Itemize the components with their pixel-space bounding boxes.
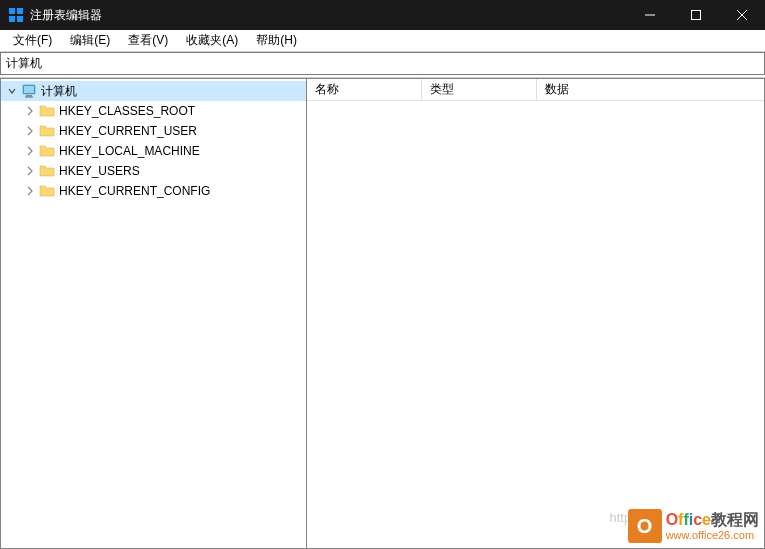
maximize-button[interactable] (673, 0, 719, 30)
column-data[interactable]: 数据 (537, 79, 764, 100)
tree-node-hkey-current-config[interactable]: HKEY_CURRENT_CONFIG (1, 181, 306, 201)
tree-node-hkey-current-user[interactable]: HKEY_CURRENT_USER (1, 121, 306, 141)
tree-root-label: 计算机 (41, 83, 77, 100)
list-header: 名称 类型 数据 (307, 79, 764, 101)
tree-node-label: HKEY_USERS (59, 164, 140, 178)
column-type[interactable]: 类型 (422, 79, 537, 100)
address-path: 计算机 (6, 55, 42, 72)
logo-text: Office教程网 www.office26.com (666, 511, 759, 541)
folder-icon (39, 183, 55, 199)
svg-rect-2 (9, 16, 15, 22)
folder-icon (39, 123, 55, 139)
logo-line1: Office教程网 (666, 511, 759, 529)
minimize-button[interactable] (627, 0, 673, 30)
expander-icon[interactable] (23, 144, 37, 158)
logo-badge: O Office教程网 www.office26.com (628, 509, 759, 543)
svg-rect-1 (17, 8, 23, 14)
svg-rect-11 (25, 97, 33, 98)
window-controls (627, 0, 765, 30)
menu-help[interactable]: 帮助(H) (247, 30, 306, 51)
content-area: 计算机 HKEY_CLASSES_ROOT HKEY_CURRENT_USER (0, 77, 765, 549)
menu-view[interactable]: 查看(V) (119, 30, 177, 51)
tree-root-computer[interactable]: 计算机 (1, 81, 306, 101)
folder-icon (39, 103, 55, 119)
computer-icon (21, 83, 37, 99)
tree-node-label: HKEY_CURRENT_USER (59, 124, 197, 138)
expander-icon[interactable] (5, 84, 19, 98)
expander-icon[interactable] (23, 164, 37, 178)
logo-icon: O (628, 509, 662, 543)
address-bar[interactable]: 计算机 (0, 52, 765, 75)
column-name[interactable]: 名称 (307, 79, 422, 100)
tree-node-hkey-users[interactable]: HKEY_USERS (1, 161, 306, 181)
app-icon (8, 7, 24, 23)
menu-favorites[interactable]: 收藏夹(A) (177, 30, 247, 51)
folder-icon (39, 163, 55, 179)
folder-icon (39, 143, 55, 159)
expander-icon[interactable] (23, 184, 37, 198)
svg-rect-5 (692, 11, 701, 20)
close-button[interactable] (719, 0, 765, 30)
svg-rect-9 (24, 86, 34, 93)
tree-node-hkey-local-machine[interactable]: HKEY_LOCAL_MACHINE (1, 141, 306, 161)
titlebar: 注册表编辑器 (0, 0, 765, 30)
tree-node-label: HKEY_CLASSES_ROOT (59, 104, 195, 118)
svg-rect-0 (9, 8, 15, 14)
expander-icon[interactable] (23, 124, 37, 138)
tree-node-label: HKEY_CURRENT_CONFIG (59, 184, 210, 198)
expander-icon[interactable] (23, 104, 37, 118)
menubar: 文件(F) 编辑(E) 查看(V) 收藏夹(A) 帮助(H) (0, 30, 765, 52)
list-panel[interactable]: 名称 类型 数据 (307, 78, 765, 549)
tree-node-hkey-classes-root[interactable]: HKEY_CLASSES_ROOT (1, 101, 306, 121)
tree-panel[interactable]: 计算机 HKEY_CLASSES_ROOT HKEY_CURRENT_USER (0, 78, 307, 549)
menu-file[interactable]: 文件(F) (4, 30, 61, 51)
menu-edit[interactable]: 编辑(E) (61, 30, 119, 51)
logo-line2: www.office26.com (666, 529, 759, 541)
svg-rect-10 (26, 95, 32, 97)
window-title: 注册表编辑器 (30, 7, 627, 24)
tree-node-label: HKEY_LOCAL_MACHINE (59, 144, 200, 158)
svg-rect-3 (17, 16, 23, 22)
